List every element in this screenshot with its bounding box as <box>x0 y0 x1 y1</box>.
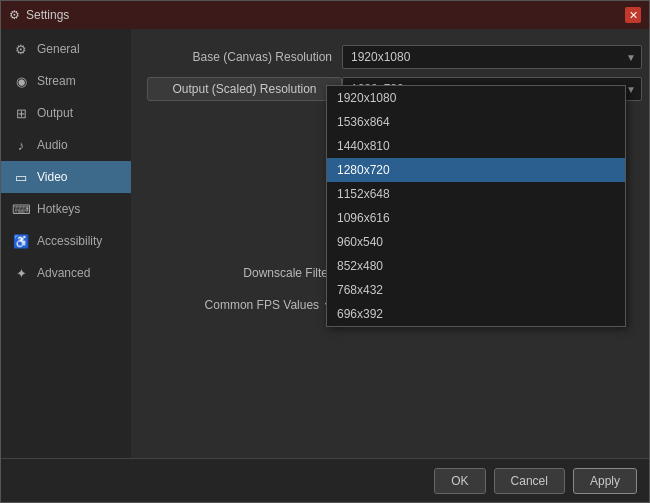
titlebar: ⚙ Settings ✕ <box>1 1 649 29</box>
settings-window: ⚙ Settings ✕ General Stream Output Audi <box>0 0 650 503</box>
sidebar-item-advanced[interactable]: Advanced <box>1 257 131 289</box>
sidebar-label-output: Output <box>37 106 73 120</box>
main-panel: Base (Canvas) Resolution 1920x1080 ▼ Asp… <box>131 29 649 458</box>
cancel-button[interactable]: Cancel <box>494 468 565 494</box>
base-resolution-label: Base (Canvas) Resolution <box>147 50 342 64</box>
ok-button[interactable]: OK <box>434 468 485 494</box>
fps-label-wrapper: Common FPS Values ▼ <box>147 298 342 312</box>
dropdown-item-1920[interactable]: 1920x1080 <box>327 86 625 110</box>
hotkeys-icon <box>13 201 29 217</box>
stream-icon <box>13 73 29 89</box>
dropdown-item-1536[interactable]: 1536x864 <box>327 110 625 134</box>
resolution-dropdown: 1920x1080 1536x864 1440x810 1280x720 115… <box>326 85 626 327</box>
dropdown-item-768[interactable]: 768x432 <box>327 278 625 302</box>
sidebar-item-hotkeys[interactable]: Hotkeys <box>1 193 131 225</box>
titlebar-title: ⚙ Settings <box>9 8 69 22</box>
advanced-icon <box>13 265 29 281</box>
sidebar-label-stream: Stream <box>37 74 76 88</box>
sidebar-item-audio[interactable]: Audio <box>1 129 131 161</box>
gear-icon: ⚙ <box>9 8 20 22</box>
sidebar: General Stream Output Audio Video Hotkey… <box>1 29 131 458</box>
dropdown-item-1096[interactable]: 1096x616 <box>327 206 625 230</box>
sidebar-label-audio: Audio <box>37 138 68 152</box>
base-resolution-row: Base (Canvas) Resolution 1920x1080 ▼ Asp… <box>147 45 649 69</box>
dropdown-item-1440[interactable]: 1440x810 <box>327 134 625 158</box>
dropdown-item-852[interactable]: 852x480 <box>327 254 625 278</box>
sidebar-label-general: General <box>37 42 80 56</box>
dropdown-item-960[interactable]: 960x540 <box>327 230 625 254</box>
content-area: General Stream Output Audio Video Hotkey… <box>1 29 649 458</box>
base-resolution-select-wrapper: 1920x1080 ▼ <box>342 45 642 69</box>
audio-icon <box>13 137 29 153</box>
sidebar-label-video: Video <box>37 170 67 184</box>
sidebar-item-video[interactable]: Video <box>1 161 131 193</box>
sidebar-item-stream[interactable]: Stream <box>1 65 131 97</box>
output-icon <box>13 105 29 121</box>
base-resolution-select[interactable]: 1920x1080 <box>342 45 642 69</box>
video-icon <box>13 169 29 185</box>
sidebar-item-output[interactable]: Output <box>1 97 131 129</box>
sidebar-label-hotkeys: Hotkeys <box>37 202 80 216</box>
dropdown-item-1280[interactable]: 1280x720 <box>327 158 625 182</box>
downscale-filter-label: Downscale Filter <box>147 266 342 280</box>
output-resolution-button[interactable]: Output (Scaled) Resolution <box>147 77 342 101</box>
fps-label: Common FPS Values <box>205 298 320 312</box>
apply-button[interactable]: Apply <box>573 468 637 494</box>
sidebar-item-accessibility[interactable]: Accessibility <box>1 225 131 257</box>
sidebar-label-advanced: Advanced <box>37 266 90 280</box>
gear-icon <box>13 41 29 57</box>
close-button[interactable]: ✕ <box>625 7 641 23</box>
accessibility-icon <box>13 233 29 249</box>
close-icon: ✕ <box>629 9 638 22</box>
window-title: Settings <box>26 8 69 22</box>
dropdown-item-696[interactable]: 696x392 <box>327 302 625 326</box>
bottom-bar: OK Cancel Apply <box>1 458 649 502</box>
sidebar-item-general[interactable]: General <box>1 33 131 65</box>
dropdown-item-1152[interactable]: 1152x648 <box>327 182 625 206</box>
sidebar-label-accessibility: Accessibility <box>37 234 102 248</box>
